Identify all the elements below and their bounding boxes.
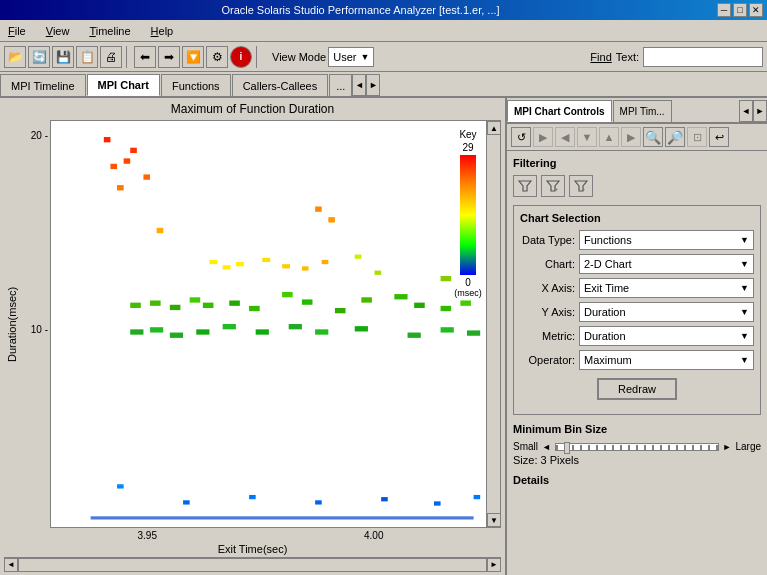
hscroll-track[interactable] <box>18 558 487 572</box>
menu-help[interactable]: Help <box>147 24 178 38</box>
svg-text:-: - <box>583 186 585 192</box>
scroll-track[interactable] <box>487 135 500 513</box>
tab-functions[interactable]: Functions <box>161 74 231 96</box>
svg-rect-41 <box>315 329 328 334</box>
main-content: Maximum of Function Duration Duration(ms… <box>0 98 767 575</box>
y-axis-dropdown[interactable]: Duration ▼ <box>579 302 754 322</box>
redraw-button[interactable]: Redraw <box>597 378 677 400</box>
data-type-row: Data Type: Functions ▼ <box>520 230 754 250</box>
svg-rect-53 <box>91 516 474 519</box>
chart-container[interactable]: Key 29 0 (msec) ▲ ▼ <box>50 120 501 528</box>
close-button[interactable]: ✕ <box>749 3 763 17</box>
toolbar-btn4[interactable]: 📋 <box>76 46 98 68</box>
right-tb-zoom-out[interactable]: 🔎 <box>665 127 685 147</box>
svg-rect-9 <box>209 260 217 264</box>
toolbar-settings-btn[interactable]: ⚙ <box>206 46 228 68</box>
svg-rect-51 <box>434 501 441 505</box>
tab-mpi-timeline[interactable]: MPI Timeline <box>0 74 86 96</box>
svg-rect-24 <box>229 300 240 305</box>
y-tick-mid: 10 - <box>22 324 48 335</box>
svg-rect-2 <box>124 158 131 163</box>
scroll-up-btn[interactable]: ▲ <box>487 121 501 135</box>
svg-rect-1 <box>130 148 137 153</box>
svg-rect-3 <box>110 164 117 169</box>
svg-rect-46 <box>117 484 124 488</box>
slider-track[interactable] <box>555 443 719 451</box>
right-tab-next-btn[interactable]: ► <box>753 100 767 122</box>
tab-more-btn[interactable]: ... <box>329 74 352 96</box>
slider-left-arrow[interactable]: ◄ <box>542 442 551 452</box>
right-tb-up: ▲ <box>599 127 619 147</box>
find-input[interactable] <box>643 47 763 67</box>
data-type-dropdown[interactable]: Functions ▼ <box>579 230 754 250</box>
toolbar-filter-btn[interactable]: 🔽 <box>182 46 204 68</box>
operator-value: Maximum <box>584 354 632 366</box>
scroll-down-btn[interactable]: ▼ <box>487 513 501 527</box>
svg-rect-13 <box>282 264 290 268</box>
min-bin-section: Minimum Bin Size Small ◄ ► Large Size: 3… <box>513 423 761 466</box>
svg-rect-12 <box>262 258 270 262</box>
key-area: Key 29 0 (msec) <box>452 129 484 298</box>
toolbar-new-btn[interactable]: 📂 <box>4 46 26 68</box>
x-axis-dropdown[interactable]: Exit Time ▼ <box>579 278 754 298</box>
right-panel: MPI Chart Controls MPI Tim... ◄ ► ↺ ▶ ◀ … <box>507 98 767 575</box>
svg-rect-21 <box>170 305 181 310</box>
toolbar-open-btn[interactable]: 🔄 <box>28 46 50 68</box>
key-unit: (msec) <box>452 288 484 298</box>
maximize-button[interactable]: □ <box>733 3 747 17</box>
toolbar-btn7[interactable]: ➡ <box>158 46 180 68</box>
filter-row: + - <box>513 175 761 197</box>
y-axis-value: Duration <box>584 306 626 318</box>
chart-dropdown[interactable]: 2-D Chart ▼ <box>579 254 754 274</box>
tab-mpi-timeline-right[interactable]: MPI Tim... <box>613 100 672 122</box>
hscroll-right-btn[interactable]: ► <box>487 558 501 572</box>
toolbar-btn6[interactable]: ⬅ <box>134 46 156 68</box>
svg-rect-35 <box>150 327 163 332</box>
tab-mpi-chart[interactable]: MPI Chart <box>87 74 160 96</box>
slider-right-arrow[interactable]: ► <box>723 442 732 452</box>
bottom-scrollbar[interactable]: ◄ ► <box>4 557 501 571</box>
right-tb-refresh[interactable]: ↺ <box>511 127 531 147</box>
view-mode-value: User <box>333 51 356 63</box>
min-bin-title: Minimum Bin Size <box>513 423 761 435</box>
right-tab-prev-btn[interactable]: ◄ <box>739 100 753 122</box>
svg-rect-31 <box>414 303 425 308</box>
metric-dropdown[interactable]: Duration ▼ <box>579 326 754 346</box>
svg-rect-4 <box>143 174 150 179</box>
toolbar-print-btn[interactable]: 🖨 <box>100 46 122 68</box>
svg-rect-50 <box>381 497 388 501</box>
svg-rect-33 <box>460 300 471 305</box>
right-tb-undo[interactable]: ↩ <box>709 127 729 147</box>
find-area: Find Text: <box>590 47 763 67</box>
view-mode-dropdown[interactable]: User ▼ <box>328 47 374 67</box>
svg-rect-20 <box>150 300 161 305</box>
filter-btn-2[interactable]: + <box>541 175 565 197</box>
right-tb-zoom-fit: ⊡ <box>687 127 707 147</box>
menu-view[interactable]: View <box>42 24 74 38</box>
hscroll-left-btn[interactable]: ◄ <box>4 558 18 572</box>
tab-callers-callees[interactable]: Callers-Callees <box>232 74 329 96</box>
tab-mpi-chart-controls[interactable]: MPI Chart Controls <box>507 100 612 122</box>
toolbar-save-btn[interactable]: 💾 <box>52 46 74 68</box>
tab-next-btn[interactable]: ► <box>366 74 380 96</box>
filter-btn-3[interactable]: - <box>569 175 593 197</box>
svg-rect-48 <box>249 495 256 499</box>
toolbar-info-btn[interactable]: i <box>230 46 252 68</box>
right-tab-row: MPI Chart Controls MPI Tim... ◄ ► <box>507 98 767 124</box>
slider-thumb[interactable] <box>564 442 570 454</box>
size-text: Size: 3 Pixels <box>513 454 761 466</box>
right-tb-zoom-in[interactable]: 🔍 <box>643 127 663 147</box>
menu-file[interactable]: File <box>4 24 30 38</box>
tab-prev-btn[interactable]: ◄ <box>352 74 366 96</box>
chart-value: 2-D Chart <box>584 258 632 270</box>
filter-btn-1[interactable] <box>513 175 537 197</box>
chart-scrollbar[interactable]: ▲ ▼ <box>486 121 500 527</box>
operator-dropdown[interactable]: Maximum ▼ <box>579 350 754 370</box>
minimize-button[interactable]: ─ <box>717 3 731 17</box>
svg-rect-39 <box>256 329 269 334</box>
svg-rect-8 <box>157 228 164 233</box>
metric-value: Duration <box>584 330 626 342</box>
menu-timeline[interactable]: Timeline <box>85 24 134 38</box>
y-axis-label: Duration(msec) <box>4 120 20 528</box>
svg-rect-19 <box>130 303 141 308</box>
